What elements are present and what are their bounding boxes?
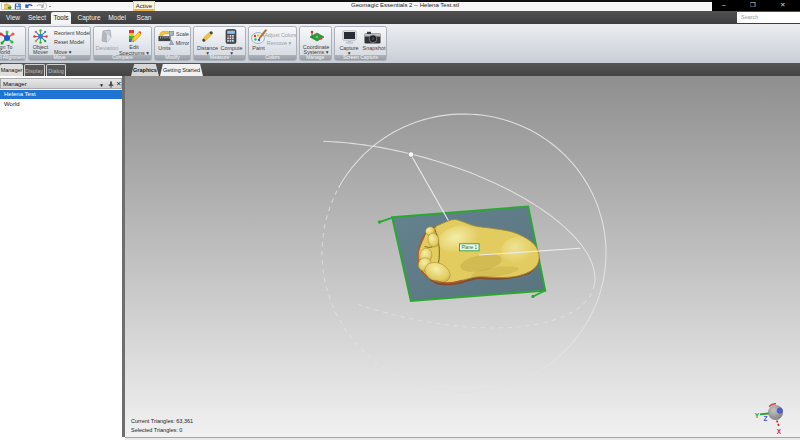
svg-text:Z: Z [764,415,768,422]
svg-text:X: X [777,428,782,435]
svg-text:Y: Y [755,412,760,419]
svg-text:Plane 1: Plane 1 [462,245,478,250]
